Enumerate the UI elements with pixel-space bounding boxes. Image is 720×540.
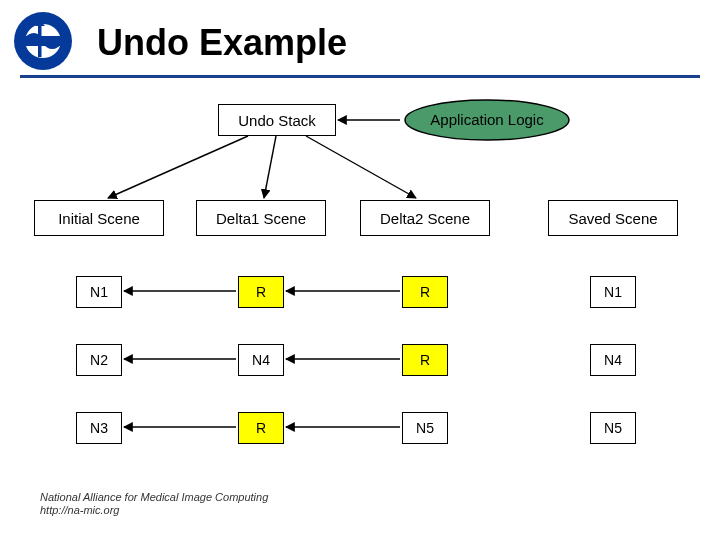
undo-stack-box: Undo Stack: [218, 104, 336, 136]
svg-line-5: [306, 136, 416, 198]
initial-scene-label: Initial Scene: [58, 210, 140, 227]
node-saved-row0: N1: [590, 276, 636, 308]
initial-scene-box: Initial Scene: [34, 200, 164, 236]
delta1-scene-label: Delta1 Scene: [216, 210, 306, 227]
delta1-scene-box: Delta1 Scene: [196, 200, 326, 236]
node-delta1-row2: R: [238, 412, 284, 444]
footer-line1: National Alliance for Medical Image Comp…: [40, 491, 268, 505]
node-initial-row2: N3: [76, 412, 122, 444]
node-initial-row0: N1: [76, 276, 122, 308]
node-delta2-row2: N5: [402, 412, 448, 444]
title-rule: [20, 75, 700, 78]
node-saved-row2: N5: [590, 412, 636, 444]
arrows: [0, 0, 720, 540]
node-saved-row1: N4: [590, 344, 636, 376]
app-logic-label: Application Logic: [430, 111, 543, 128]
svg-line-4: [264, 136, 276, 198]
node-initial-row1: N2: [76, 344, 122, 376]
node-delta2-row0: R: [402, 276, 448, 308]
node-delta1-row1: N4: [238, 344, 284, 376]
node-delta2-row1: R: [402, 344, 448, 376]
saved-scene-label: Saved Scene: [568, 210, 657, 227]
node-delta1-row0: R: [238, 276, 284, 308]
slide: Undo Example Undo Stack Application Logi…: [0, 0, 720, 540]
svg-line-3: [108, 136, 248, 198]
namic-logo: [12, 10, 74, 76]
saved-scene-box: Saved Scene: [548, 200, 678, 236]
page-title: Undo Example: [97, 22, 347, 64]
delta2-scene-label: Delta2 Scene: [380, 210, 470, 227]
delta2-scene-box: Delta2 Scene: [360, 200, 490, 236]
svg-rect-1: [38, 25, 42, 57]
footer: National Alliance for Medical Image Comp…: [40, 491, 268, 519]
undo-stack-label: Undo Stack: [238, 112, 316, 129]
footer-line2: http://na-mic.org: [40, 504, 268, 518]
app-logic-label-container: Application Logic: [402, 104, 572, 134]
